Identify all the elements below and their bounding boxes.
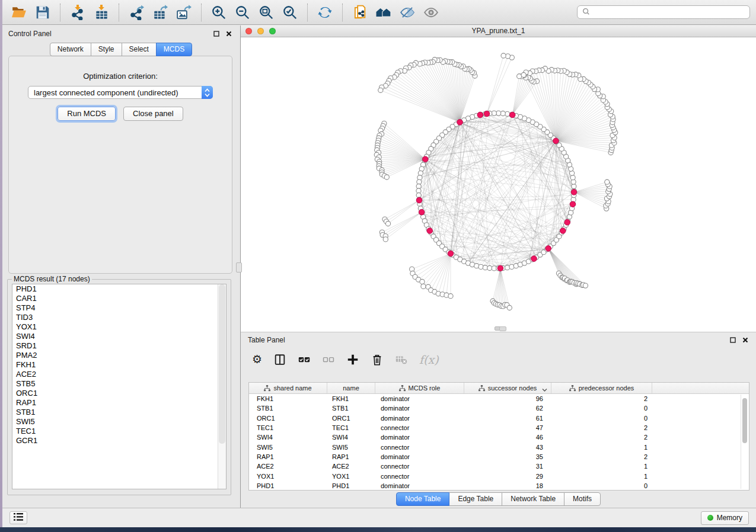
dominator-node[interactable] xyxy=(564,220,570,226)
network-view[interactable] xyxy=(241,37,756,332)
open-file-button[interactable] xyxy=(10,3,28,22)
cell-mcds_role[interactable]: connector xyxy=(375,444,464,451)
dominator-node[interactable] xyxy=(560,228,566,234)
network-node[interactable] xyxy=(448,294,453,299)
zoom-selected-button[interactable] xyxy=(281,3,299,22)
control-panel-float-button[interactable] xyxy=(213,30,220,37)
column-header-successor_nodes[interactable]: successor nodes xyxy=(464,383,551,393)
network-node[interactable] xyxy=(583,283,588,288)
cell-predecessor_nodes[interactable]: 0 xyxy=(551,415,652,422)
network-node[interactable] xyxy=(418,171,423,175)
cell-successor_nodes[interactable]: 96 xyxy=(464,395,551,402)
mcds-result-item[interactable]: SWI4 xyxy=(12,332,226,341)
network-node[interactable] xyxy=(420,279,425,284)
close-panel-button[interactable]: Close panel xyxy=(123,107,183,121)
table-row[interactable]: SWI4SWI4dominator462 xyxy=(249,432,749,442)
dominator-node[interactable] xyxy=(553,138,559,144)
network-node[interactable] xyxy=(383,237,388,242)
cell-mcds_role[interactable]: dominator xyxy=(375,453,464,460)
tab-motifs[interactable]: Motifs xyxy=(564,492,601,506)
table-row[interactable]: ORC1ORC1dominator610 xyxy=(249,414,749,423)
mcds-result-item[interactable]: YOX1 xyxy=(12,322,226,332)
cell-name[interactable]: STB1 xyxy=(327,405,375,412)
network-overview-button[interactable] xyxy=(375,3,393,22)
cell-name[interactable]: ACE2 xyxy=(327,463,375,470)
cell-name[interactable]: ORC1 xyxy=(327,415,375,422)
zoom-out-button[interactable] xyxy=(234,3,251,22)
mcds-result-item[interactable]: ORC1 xyxy=(12,389,226,398)
cell-shared_name[interactable]: PHD1 xyxy=(249,482,327,489)
mcds-result-item[interactable]: STB5 xyxy=(12,379,226,389)
task-history-button[interactable] xyxy=(9,511,27,524)
import-table-button[interactable] xyxy=(92,3,110,22)
search-box[interactable] xyxy=(577,5,750,19)
table-row[interactable]: PHD1PHD1dominator180 xyxy=(249,481,749,491)
mcds-result-item[interactable]: SRD1 xyxy=(12,341,226,351)
memory-button[interactable]: Memory xyxy=(701,511,749,525)
table-settings-button[interactable]: ⚙︎ xyxy=(252,352,262,367)
cell-predecessor_nodes[interactable]: 1 xyxy=(551,463,652,470)
column-header-mcds_role[interactable]: MCDS role xyxy=(375,383,464,393)
network-node[interactable] xyxy=(507,305,512,310)
network-node[interactable] xyxy=(570,175,575,180)
cell-shared_name[interactable]: FKH1 xyxy=(249,395,327,402)
dominator-node[interactable] xyxy=(416,197,422,203)
network-canvas[interactable] xyxy=(241,37,756,332)
table-row[interactable]: SWI5SWI5connector431 xyxy=(249,442,749,451)
network-node[interactable] xyxy=(421,284,426,289)
mcds-result-item[interactable]: ACE2 xyxy=(12,370,226,379)
mcds-result-item[interactable]: TID3 xyxy=(12,313,226,322)
share-document-button[interactable] xyxy=(351,3,369,22)
result-list-scroll-thumb[interactable] xyxy=(219,284,225,444)
dominator-node[interactable] xyxy=(570,201,576,207)
column-header-shared_name[interactable]: shared name xyxy=(249,383,327,393)
table-row[interactable]: YOX1YOX1connector291 xyxy=(249,471,749,480)
table-scrollbar[interactable] xyxy=(741,395,748,489)
export-table-button[interactable] xyxy=(151,3,169,22)
network-node[interactable] xyxy=(384,175,389,180)
cell-successor_nodes[interactable]: 47 xyxy=(464,424,551,431)
export-network-button[interactable] xyxy=(127,3,145,22)
mcds-result-item[interactable]: CAR1 xyxy=(12,294,226,303)
network-node[interactable] xyxy=(378,88,383,92)
cell-successor_nodes[interactable]: 43 xyxy=(464,444,551,451)
table-row[interactable]: RAP1RAP1dominator352 xyxy=(249,452,749,462)
deselect-all-rows-button[interactable] xyxy=(322,352,335,367)
cell-name[interactable]: PHD1 xyxy=(327,482,375,489)
mcds-result-item[interactable]: SWI5 xyxy=(12,417,226,427)
dominator-node[interactable] xyxy=(484,111,490,117)
network-node[interactable] xyxy=(605,180,610,184)
table-row[interactable]: FKH1FKH1dominator962 xyxy=(249,394,749,403)
mcds-result-item[interactable]: PMA2 xyxy=(12,351,226,360)
run-mcds-button[interactable]: Run MCDS xyxy=(58,107,116,121)
network-node[interactable] xyxy=(501,53,506,58)
cell-shared_name[interactable]: SWI4 xyxy=(249,434,327,441)
cell-name[interactable]: SWI4 xyxy=(327,434,375,441)
cell-successor_nodes[interactable]: 18 xyxy=(464,482,551,489)
dominator-node[interactable] xyxy=(546,246,551,252)
dominator-node[interactable] xyxy=(531,256,537,262)
mcds-result-item[interactable]: STP4 xyxy=(12,303,226,313)
panel-splitter-handle[interactable] xyxy=(236,262,242,273)
cell-mcds_role[interactable]: dominator xyxy=(375,482,464,489)
tab-network[interactable]: Network xyxy=(50,43,91,56)
cell-predecessor_nodes[interactable]: 1 xyxy=(551,473,652,480)
zoom-in-button[interactable] xyxy=(210,3,228,22)
cell-shared_name[interactable]: SWI5 xyxy=(249,444,327,451)
show-graphics-details-button[interactable] xyxy=(422,3,440,22)
cell-successor_nodes[interactable]: 61 xyxy=(464,415,551,422)
tab-edge-table[interactable]: Edge Table xyxy=(449,492,502,506)
mcds-result-item[interactable]: TEC1 xyxy=(12,427,226,436)
column-header-name[interactable]: name xyxy=(327,383,375,393)
cell-name[interactable]: TEC1 xyxy=(327,424,375,431)
dominator-node[interactable] xyxy=(448,251,454,257)
cell-mcds_role[interactable]: connector xyxy=(375,424,464,431)
tab-mcds[interactable]: MCDS xyxy=(156,43,192,56)
cell-shared_name[interactable]: TEC1 xyxy=(249,424,327,431)
cell-shared_name[interactable]: RAP1 xyxy=(249,453,327,460)
cell-predecessor_nodes[interactable]: 1 xyxy=(551,444,652,451)
cell-mcds_role[interactable]: connector xyxy=(375,473,464,480)
cell-successor_nodes[interactable]: 29 xyxy=(464,473,551,480)
dominator-node[interactable] xyxy=(427,228,433,234)
dominator-node[interactable] xyxy=(419,209,425,215)
